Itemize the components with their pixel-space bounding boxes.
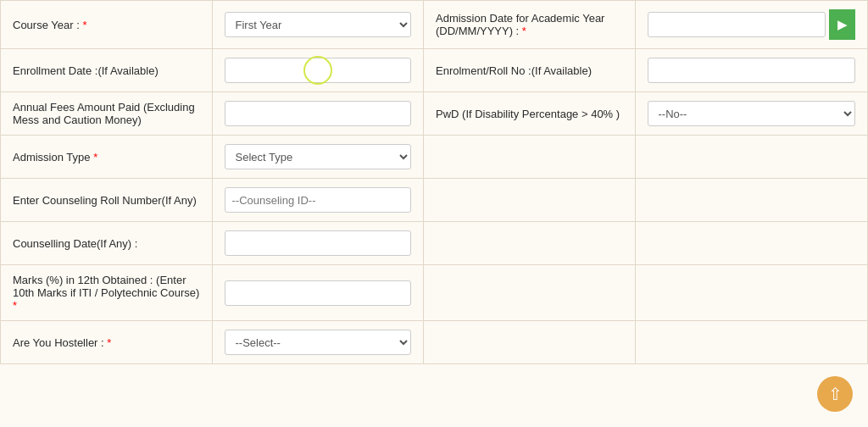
input-cell-left-0: First YearSecond YearThird YearFourth Ye… (212, 1, 424, 49)
label-left-6: Marks (%) in 12th Obtained : (Enter 10th… (1, 265, 213, 321)
input-cell-left-4 (212, 179, 424, 222)
admission-date-button[interactable]: ▶ (829, 9, 855, 40)
input-cell-left-5 (212, 222, 424, 265)
admission-type-select[interactable]: Select TypeRegularLateral (225, 144, 412, 169)
course-year-select[interactable]: First YearSecond YearThird YearFourth Ye… (225, 12, 412, 37)
label-right-5 (424, 222, 636, 265)
label-right-1: Enrolment/Roll No :(If Available) (424, 49, 636, 92)
input-cell-right-0: ▶ (635, 1, 868, 49)
input-cell-left-6 (212, 265, 424, 321)
hosteller-select[interactable]: --Select--YesNo (225, 330, 412, 355)
enrollment-date-input[interactable] (225, 58, 412, 83)
right-input-group: ▶ (648, 9, 856, 40)
input-cell-left-1 (212, 49, 424, 92)
label-right-3 (424, 136, 636, 179)
input-cell-right-2: --No--Yes (635, 92, 868, 136)
required-star: * (82, 19, 86, 31)
input-cell-right-1 (635, 49, 868, 92)
input-cell-left-7: --Select--YesNo (212, 321, 424, 364)
admission-date-input[interactable] (648, 12, 826, 37)
page-wrapper: Course Year : *First YearSecond YearThir… (0, 0, 868, 427)
enrollment-input-wrapper (225, 58, 412, 83)
input-cell-right-6 (635, 265, 868, 321)
pwd-select[interactable]: --No--Yes (648, 101, 856, 126)
input-cell-right-3 (635, 136, 868, 179)
label-left-7: Are You Hosteller : * (1, 321, 213, 364)
marks-input[interactable] (225, 280, 412, 306)
input-cell-left-3: Select TypeRegularLateral (212, 136, 424, 179)
enrollment-roll-input[interactable] (648, 58, 856, 83)
label-left-5: Counselling Date(If Any) : (1, 222, 213, 265)
label-right-4 (424, 179, 636, 222)
label-left-4: Enter Counseling Roll Number(If Any) (1, 179, 213, 222)
input-cell-right-4 (635, 179, 868, 222)
label-left-0: Course Year : * (1, 1, 213, 49)
counseling-roll-input[interactable] (225, 187, 412, 213)
scroll-up-button[interactable]: ⇧ (817, 376, 853, 412)
form-table: Course Year : *First YearSecond YearThir… (0, 0, 868, 364)
annual-fees-input[interactable] (225, 101, 412, 126)
required-star: * (93, 151, 97, 164)
input-cell-right-5 (635, 222, 868, 265)
label-left-3: Admission Type * (1, 136, 213, 179)
label-right-0: Admission Date for Academic Year (DD/MM/… (424, 1, 636, 49)
required-star: * (522, 25, 526, 37)
label-left-1: Enrollment Date :(If Available) (1, 49, 213, 92)
input-cell-right-7 (635, 321, 868, 364)
label-right-6 (424, 265, 636, 321)
required-star: * (107, 336, 111, 349)
label-right-7 (424, 321, 636, 364)
required-star: * (13, 299, 17, 312)
label-left-2: Annual Fees Amount Paid (Excluding Mess … (1, 92, 213, 136)
input-cell-left-2 (212, 92, 424, 136)
counselling-date-input[interactable] (225, 230, 412, 256)
label-right-2: PwD (If Disability Percentage > 40% ) (424, 92, 636, 136)
